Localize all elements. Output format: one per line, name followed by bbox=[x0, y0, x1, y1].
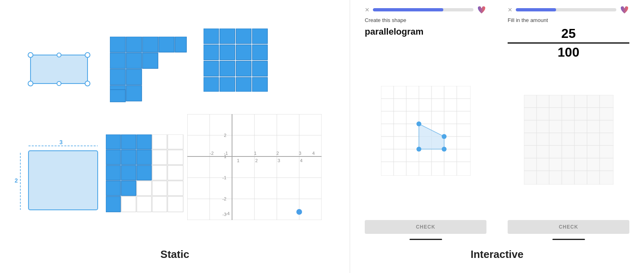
svg-rect-28 bbox=[204, 61, 219, 76]
svg-rect-55 bbox=[168, 165, 183, 180]
svg-rect-52 bbox=[121, 165, 136, 180]
card-create-shape: ✕ Create this shape parallelogram bbox=[358, 0, 493, 240]
svg-rect-44 bbox=[152, 134, 167, 149]
card1-progress-fill bbox=[373, 8, 443, 11]
svg-rect-7 bbox=[110, 37, 125, 52]
svg-rect-46 bbox=[106, 150, 120, 165]
svg-rect-23 bbox=[252, 29, 267, 44]
card1-progress-bar bbox=[373, 8, 473, 11]
svg-rect-20 bbox=[204, 29, 219, 44]
svg-point-112 bbox=[416, 147, 421, 152]
svg-rect-47 bbox=[121, 150, 136, 165]
svg-rect-29 bbox=[220, 61, 235, 76]
svg-point-109 bbox=[416, 121, 421, 126]
interactive-content: ✕ Create this shape parallelogram bbox=[350, 0, 644, 240]
svg-rect-14 bbox=[142, 53, 158, 68]
svg-point-94 bbox=[296, 209, 302, 215]
card2-heart-icon bbox=[620, 5, 629, 15]
static-content: 3 2 bbox=[0, 0, 350, 240]
svg-text:3: 3 bbox=[59, 139, 63, 145]
svg-rect-11 bbox=[175, 37, 186, 52]
svg-text:-2: -2 bbox=[222, 196, 226, 201]
svg-point-111 bbox=[442, 147, 447, 152]
svg-text:-1: -1 bbox=[222, 175, 226, 180]
svg-rect-21 bbox=[220, 29, 235, 44]
svg-text:2: 2 bbox=[276, 151, 279, 156]
svg-rect-27 bbox=[252, 45, 267, 60]
svg-rect-35 bbox=[252, 77, 267, 92]
svg-rect-31 bbox=[252, 61, 267, 76]
card2-progress-bar bbox=[516, 8, 616, 11]
svg-rect-19 bbox=[110, 90, 125, 102]
svg-point-3 bbox=[28, 81, 33, 86]
svg-rect-45 bbox=[168, 134, 183, 149]
svg-rect-41 bbox=[106, 134, 120, 149]
svg-rect-57 bbox=[121, 181, 136, 196]
shape-dimension-rect: 3 2 bbox=[12, 139, 102, 216]
svg-rect-30 bbox=[236, 61, 251, 76]
card2-fraction-top: 25 bbox=[508, 26, 629, 44]
card2-header: ✕ bbox=[508, 5, 629, 15]
svg-text:4: 4 bbox=[300, 158, 302, 163]
shape-l-blocks bbox=[110, 37, 187, 108]
svg-rect-59 bbox=[152, 181, 167, 196]
card1-close-icon[interactable]: ✕ bbox=[365, 7, 370, 13]
interactive-label: Interactive bbox=[471, 248, 524, 261]
svg-rect-10 bbox=[159, 37, 174, 52]
svg-text:2: 2 bbox=[15, 177, 18, 184]
shape-rectangle-handles bbox=[24, 49, 94, 90]
svg-rect-49 bbox=[152, 150, 167, 165]
shape-half-grid bbox=[106, 134, 185, 216]
card1-heart-icon bbox=[477, 5, 486, 15]
card1-shape-label: parallelogram bbox=[365, 26, 486, 37]
static-label: Static bbox=[160, 248, 189, 261]
svg-rect-113 bbox=[524, 95, 613, 185]
shape-solid-grid bbox=[204, 29, 269, 93]
svg-rect-13 bbox=[126, 53, 142, 68]
svg-rect-25 bbox=[220, 45, 235, 60]
card-fill-amount: ✕ Fill in the amount 25 bbox=[501, 0, 636, 240]
svg-rect-60 bbox=[168, 181, 183, 196]
svg-rect-64 bbox=[152, 196, 167, 212]
svg-text:1: 1 bbox=[254, 151, 256, 156]
svg-rect-8 bbox=[126, 37, 142, 52]
svg-point-1 bbox=[28, 53, 33, 57]
card2-progress-fill bbox=[516, 8, 556, 11]
svg-rect-32 bbox=[204, 77, 219, 92]
svg-text:-1: -1 bbox=[224, 151, 228, 156]
svg-rect-63 bbox=[137, 196, 151, 212]
card2-fraction-bottom: 100 bbox=[558, 44, 579, 59]
svg-rect-12 bbox=[110, 53, 125, 68]
svg-rect-50 bbox=[168, 150, 183, 165]
svg-rect-53 bbox=[137, 165, 151, 180]
card1-underline bbox=[410, 239, 442, 240]
svg-rect-26 bbox=[236, 45, 251, 60]
card1-grid-area[interactable] bbox=[365, 44, 486, 217]
svg-point-110 bbox=[442, 134, 447, 139]
svg-rect-65 bbox=[168, 196, 183, 212]
svg-rect-34 bbox=[236, 77, 251, 92]
card2-grid-area[interactable] bbox=[508, 63, 629, 217]
card1-title: Create this shape bbox=[365, 17, 486, 23]
svg-point-2 bbox=[85, 53, 90, 57]
card2-check-button[interactable]: CHECK bbox=[508, 220, 629, 234]
card1-check-button[interactable]: CHECK bbox=[365, 220, 486, 234]
svg-text:1: 1 bbox=[237, 158, 239, 163]
svg-rect-56 bbox=[106, 181, 120, 196]
shape-coordinate-grid: 1 2 3 4 2 1 -1 -2 -3 -2 -1 1 2 3 4 -4 bbox=[187, 114, 322, 222]
svg-rect-15 bbox=[110, 69, 125, 85]
svg-rect-9 bbox=[142, 37, 158, 52]
svg-rect-54 bbox=[152, 165, 167, 180]
card1-header: ✕ bbox=[365, 5, 486, 15]
svg-rect-40 bbox=[28, 151, 98, 210]
svg-rect-62 bbox=[121, 196, 136, 212]
svg-rect-42 bbox=[121, 134, 136, 149]
svg-rect-48 bbox=[137, 150, 151, 165]
svg-rect-16 bbox=[126, 69, 142, 85]
svg-text:3: 3 bbox=[278, 158, 280, 163]
card2-close-icon[interactable]: ✕ bbox=[508, 7, 513, 13]
svg-text:3: 3 bbox=[299, 151, 301, 156]
svg-rect-33 bbox=[220, 77, 235, 92]
svg-point-6 bbox=[57, 81, 61, 86]
svg-rect-61 bbox=[106, 196, 120, 212]
